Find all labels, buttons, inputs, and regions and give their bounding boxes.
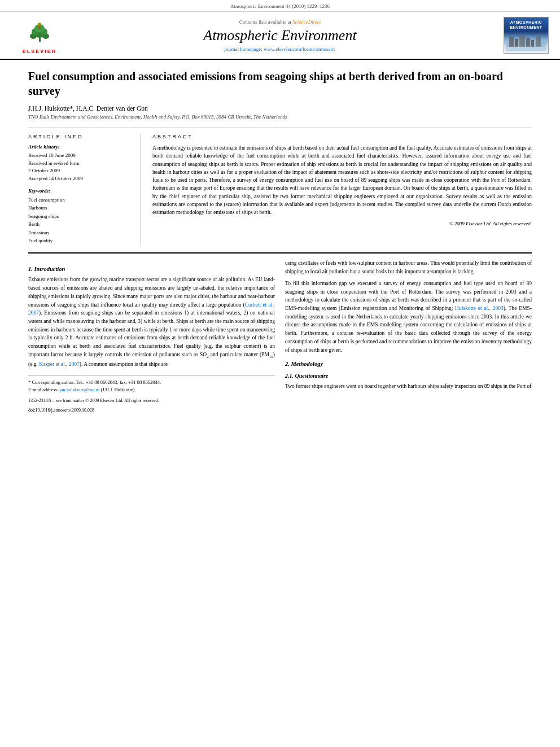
received-revised-label: Received in revised form: [28, 160, 133, 168]
badge-image-icon: [506, 31, 546, 51]
keyword-3: Seagoing ships: [28, 212, 133, 220]
body-col-right: using distillates or fuels with low-sulp…: [285, 259, 532, 412]
doi-line: doi:10.1016/j.atmosenv.2009.10.018: [28, 408, 275, 413]
elsevier-logo-area: ELSEVIER: [11, 16, 68, 54]
keyword-4: Berth: [28, 220, 133, 228]
svg-rect-12: [519, 36, 525, 47]
svg-rect-13: [526, 38, 530, 47]
journal-homepage: journal homepage: www.elsevier.com/locat…: [68, 46, 492, 52]
keyword-5: Emissions: [28, 229, 133, 237]
elsevier-text: ELSEVIER: [23, 49, 57, 54]
body-divider: [28, 252, 532, 254]
intro-para-1: Exhaust emissions from the growing marin…: [28, 276, 275, 368]
badge-title: ATMOSPHERIC ENVIRONMENT: [510, 20, 542, 30]
badge-area: ATMOSPHERIC ENVIRONMENT: [492, 17, 549, 54]
abstract-label: ABSTRACT: [152, 134, 532, 139]
elsevier-logo: [14, 16, 65, 47]
methodology-sub: 2.1. Questionnaire: [285, 373, 532, 379]
footnote-email-link[interactable]: jan.hulskotte@tno.nl: [59, 387, 99, 392]
journal-volume-info: Atmospheric Environment 44 (2010) 1229–1…: [230, 3, 330, 9]
methodology-para: Two former ships engineers went on board…: [285, 382, 532, 391]
history-label: Article history:: [28, 144, 133, 150]
divider-1: [28, 128, 532, 128]
info-abstract-section: ARTICLE INFO Article history: Received 1…: [28, 134, 532, 244]
author-names: J.H.J. Hulskotte*, H.A.C. Denier van der…: [28, 105, 148, 112]
journal-header: ELSEVIER Contents lists available at Sci…: [0, 12, 560, 60]
abstract-text: A methodology is presented to estimate t…: [152, 144, 532, 216]
footnote-area: * Corresponding author. Tel.: +31 88 866…: [28, 375, 275, 413]
svg-rect-16: [506, 47, 546, 51]
footnote-corresponding: * Corresponding author. Tel.: +31 88 866…: [28, 379, 275, 386]
footnote-email-person: (J.H.J. Hulskotte).: [100, 387, 135, 392]
keyword-1: Fuel consumption: [28, 196, 133, 204]
intro-heading: 1. Introduction: [28, 266, 275, 272]
ref-hulskotte[interactable]: Hulskotte et al., 2003: [455, 305, 504, 311]
article-title: Fuel consumption and associated emission…: [28, 69, 532, 98]
body-section: 1. Introduction Exhaust emissions from t…: [28, 259, 532, 412]
svg-rect-11: [515, 39, 518, 47]
footnote-email: E-mail address: jan.hulskotte@tno.nl (J.…: [28, 386, 275, 394]
body-col-left: 1. Introduction Exhaust emissions from t…: [28, 259, 275, 412]
methodology-heading: 2. Methodology: [285, 361, 532, 367]
abstract-col: ABSTRACT A methodology is presented to e…: [152, 134, 532, 244]
email-label: E-mail address:: [28, 387, 58, 392]
intro-para-3: To fill this information gap we executed…: [285, 279, 532, 354]
homepage-label: journal homepage: www.elsevier.com/locat…: [225, 46, 336, 52]
svg-rect-14: [531, 40, 534, 47]
ref-kasper[interactable]: Kasper et al., 2007: [39, 361, 80, 367]
keywords-label: Keywords:: [28, 188, 133, 194]
sciencedirect-label: Contents lists available at: [239, 19, 291, 25]
elsevier-tree-icon: [24, 21, 55, 43]
journal-badge: ATMOSPHERIC ENVIRONMENT: [504, 17, 549, 54]
authors: J.H.J. Hulskotte*, H.A.C. Denier van der…: [28, 105, 532, 112]
journal-meta: Atmospheric Environment 44 (2010) 1229–1…: [0, 0, 560, 12]
affiliation: TNO Built Environment and Geosciences, E…: [28, 114, 532, 120]
article-info-col: ARTICLE INFO Article history: Received 1…: [28, 134, 141, 244]
revised-date: 7 October 2009: [28, 167, 133, 175]
page: Atmospheric Environment 44 (2010) 1229–1…: [0, 0, 560, 747]
accepted-date: Accepted 14 October 2009: [28, 175, 133, 183]
svg-rect-0: [39, 37, 41, 42]
copyright-line: © 2009 Elsevier Ltd. All rights reserved…: [152, 221, 532, 226]
svg-rect-10: [509, 37, 514, 47]
journal-center-info: Contents lists available at ScienceDirec…: [68, 19, 492, 52]
sciencedirect-line: Contents lists available at ScienceDirec…: [68, 19, 492, 25]
intro-para-2: using distillates or fuels with low-sulp…: [285, 259, 532, 276]
journal-title: Atmospheric Environment: [68, 27, 492, 44]
issn-line: 1352-2310/$ – see front matter © 2009 El…: [28, 398, 275, 403]
received-date: Received 10 June 2009: [28, 152, 133, 160]
ref-corbett[interactable]: Corbett et al., 2007: [28, 302, 275, 316]
keyword-6: Fuel quality: [28, 237, 133, 244]
svg-rect-8: [38, 26, 41, 29]
svg-rect-15: [536, 37, 541, 47]
article-content: Fuel consumption and associated emission…: [0, 60, 560, 424]
svg-point-7: [38, 23, 41, 26]
article-info-label: ARTICLE INFO: [28, 134, 133, 139]
keyword-2: Harbours: [28, 204, 133, 212]
sciencedirect-link[interactable]: ScienceDirect: [292, 19, 321, 25]
